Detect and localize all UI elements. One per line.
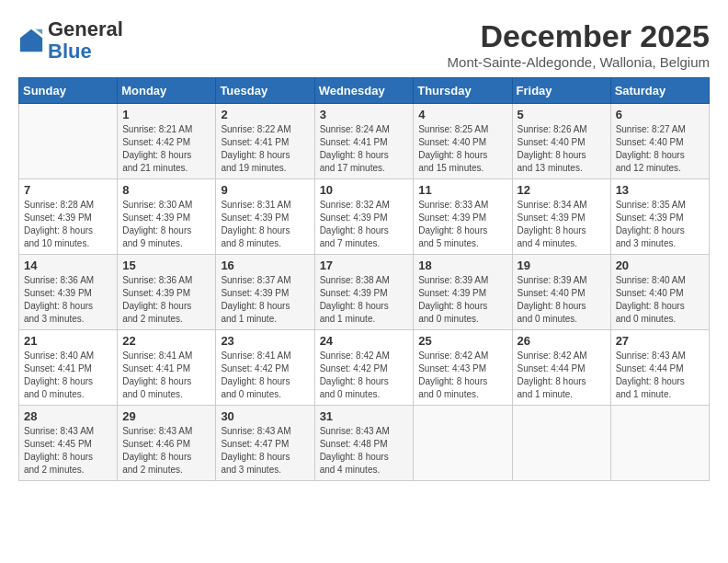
day-info: Sunrise: 8:30 AM Sunset: 4:39 PM Dayligh… <box>122 199 210 250</box>
day-number: 9 <box>221 183 309 197</box>
day-number: 16 <box>221 259 309 272</box>
day-info: Sunrise: 8:42 AM Sunset: 4:42 PM Dayligh… <box>320 350 409 401</box>
svg-marker-0 <box>20 29 42 52</box>
calendar-cell: 1Sunrise: 8:21 AM Sunset: 4:42 PM Daylig… <box>118 104 216 179</box>
calendar-cell: 2Sunrise: 8:22 AM Sunset: 4:41 PM Daylig… <box>216 104 314 179</box>
calendar-cell: 14Sunrise: 8:36 AM Sunset: 4:39 PM Dayli… <box>19 255 118 330</box>
day-number: 13 <box>616 183 704 197</box>
day-info: Sunrise: 8:40 AM Sunset: 4:40 PM Dayligh… <box>616 274 704 326</box>
logo-general-text: General <box>48 18 123 40</box>
location-subtitle: Mont-Sainte-Aldegonde, Wallonia, Belgium <box>448 54 710 70</box>
day-number: 22 <box>122 334 210 348</box>
day-info: Sunrise: 8:32 AM Sunset: 4:39 PM Dayligh… <box>320 199 409 250</box>
weekday-header-friday: Friday <box>512 78 610 104</box>
calendar-cell <box>19 104 118 179</box>
day-number: 29 <box>122 409 210 423</box>
day-number: 6 <box>616 108 704 121</box>
day-number: 18 <box>418 259 506 272</box>
calendar-week-1: 1Sunrise: 8:21 AM Sunset: 4:42 PM Daylig… <box>19 104 710 179</box>
calendar-cell: 25Sunrise: 8:42 AM Sunset: 4:43 PM Dayli… <box>414 330 512 406</box>
day-info: Sunrise: 8:21 AM Sunset: 4:42 PM Dayligh… <box>122 123 210 175</box>
month-title: December 2025 <box>448 18 710 54</box>
day-number: 21 <box>24 334 112 348</box>
day-info: Sunrise: 8:36 AM Sunset: 4:39 PM Dayligh… <box>122 274 210 326</box>
day-number: 3 <box>320 108 409 121</box>
calendar-cell: 27Sunrise: 8:43 AM Sunset: 4:44 PM Dayli… <box>610 330 709 406</box>
calendar-cell: 23Sunrise: 8:41 AM Sunset: 4:42 PM Dayli… <box>216 330 314 406</box>
day-number: 10 <box>320 183 409 197</box>
calendar-cell: 18Sunrise: 8:39 AM Sunset: 4:39 PM Dayli… <box>414 255 512 330</box>
day-number: 26 <box>518 334 606 348</box>
day-info: Sunrise: 8:41 AM Sunset: 4:41 PM Dayligh… <box>122 350 210 401</box>
calendar-cell: 29Sunrise: 8:43 AM Sunset: 4:46 PM Dayli… <box>118 406 216 481</box>
day-info: Sunrise: 8:41 AM Sunset: 4:42 PM Dayligh… <box>221 350 309 401</box>
day-number: 25 <box>418 334 506 348</box>
day-number: 30 <box>221 409 309 423</box>
day-number: 7 <box>24 183 112 197</box>
day-info: Sunrise: 8:42 AM Sunset: 4:44 PM Dayligh… <box>518 350 606 401</box>
weekday-header-wednesday: Wednesday <box>314 78 414 104</box>
day-info: Sunrise: 8:35 AM Sunset: 4:39 PM Dayligh… <box>616 199 704 250</box>
calendar-cell: 20Sunrise: 8:40 AM Sunset: 4:40 PM Dayli… <box>610 255 709 330</box>
calendar-cell <box>610 406 709 481</box>
calendar-week-4: 21Sunrise: 8:40 AM Sunset: 4:41 PM Dayli… <box>19 330 710 406</box>
calendar-cell: 3Sunrise: 8:24 AM Sunset: 4:41 PM Daylig… <box>314 104 414 179</box>
day-info: Sunrise: 8:38 AM Sunset: 4:39 PM Dayligh… <box>320 274 409 326</box>
calendar-cell: 26Sunrise: 8:42 AM Sunset: 4:44 PM Dayli… <box>512 330 610 406</box>
day-number: 1 <box>122 108 210 121</box>
day-number: 23 <box>221 334 309 348</box>
day-info: Sunrise: 8:43 AM Sunset: 4:46 PM Dayligh… <box>122 425 210 477</box>
calendar-cell <box>512 406 610 481</box>
calendar-cell: 9Sunrise: 8:31 AM Sunset: 4:39 PM Daylig… <box>216 179 314 255</box>
calendar-cell: 16Sunrise: 8:37 AM Sunset: 4:39 PM Dayli… <box>216 255 314 330</box>
day-info: Sunrise: 8:43 AM Sunset: 4:45 PM Dayligh… <box>24 425 112 477</box>
weekday-header-tuesday: Tuesday <box>216 78 314 104</box>
day-number: 5 <box>518 108 606 121</box>
weekday-header-monday: Monday <box>118 78 216 104</box>
calendar-cell: 22Sunrise: 8:41 AM Sunset: 4:41 PM Dayli… <box>118 330 216 406</box>
day-info: Sunrise: 8:39 AM Sunset: 4:40 PM Dayligh… <box>518 274 606 326</box>
weekday-header-row: SundayMondayTuesdayWednesdayThursdayFrid… <box>19 78 710 104</box>
calendar-cell <box>414 406 512 481</box>
day-number: 27 <box>616 334 704 348</box>
day-info: Sunrise: 8:22 AM Sunset: 4:41 PM Dayligh… <box>221 123 309 175</box>
day-info: Sunrise: 8:27 AM Sunset: 4:40 PM Dayligh… <box>616 123 704 175</box>
day-info: Sunrise: 8:28 AM Sunset: 4:39 PM Dayligh… <box>24 199 112 250</box>
logo-blue-text: Blue <box>48 40 123 63</box>
day-number: 31 <box>320 409 409 423</box>
day-number: 12 <box>518 183 606 197</box>
calendar-cell: 5Sunrise: 8:26 AM Sunset: 4:40 PM Daylig… <box>512 104 610 179</box>
day-info: Sunrise: 8:43 AM Sunset: 4:48 PM Dayligh… <box>320 425 409 477</box>
day-info: Sunrise: 8:43 AM Sunset: 4:44 PM Dayligh… <box>616 350 704 401</box>
logo-icon <box>18 28 44 53</box>
weekday-header-saturday: Saturday <box>610 78 709 104</box>
day-info: Sunrise: 8:31 AM Sunset: 4:39 PM Dayligh… <box>221 199 309 250</box>
calendar-cell: 28Sunrise: 8:43 AM Sunset: 4:45 PM Dayli… <box>19 406 118 481</box>
calendar-cell: 8Sunrise: 8:30 AM Sunset: 4:39 PM Daylig… <box>118 179 216 255</box>
day-info: Sunrise: 8:39 AM Sunset: 4:39 PM Dayligh… <box>418 274 506 326</box>
day-info: Sunrise: 8:36 AM Sunset: 4:39 PM Dayligh… <box>24 274 112 326</box>
calendar-cell: 7Sunrise: 8:28 AM Sunset: 4:39 PM Daylig… <box>19 179 118 255</box>
calendar-cell: 19Sunrise: 8:39 AM Sunset: 4:40 PM Dayli… <box>512 255 610 330</box>
day-number: 4 <box>418 108 506 121</box>
calendar-cell: 17Sunrise: 8:38 AM Sunset: 4:39 PM Dayli… <box>314 255 414 330</box>
day-number: 19 <box>518 259 606 272</box>
day-number: 20 <box>616 259 704 272</box>
weekday-header-sunday: Sunday <box>19 78 118 104</box>
calendar-week-3: 14Sunrise: 8:36 AM Sunset: 4:39 PM Dayli… <box>19 255 710 330</box>
day-info: Sunrise: 8:25 AM Sunset: 4:40 PM Dayligh… <box>418 123 506 175</box>
day-number: 2 <box>221 108 309 121</box>
calendar-cell: 12Sunrise: 8:34 AM Sunset: 4:39 PM Dayli… <box>512 179 610 255</box>
day-number: 11 <box>418 183 506 197</box>
calendar-cell: 31Sunrise: 8:43 AM Sunset: 4:48 PM Dayli… <box>314 406 414 481</box>
title-block: December 2025 Mont-Sainte-Aldegonde, Wal… <box>448 18 710 70</box>
calendar-cell: 6Sunrise: 8:27 AM Sunset: 4:40 PM Daylig… <box>610 104 709 179</box>
calendar-cell: 10Sunrise: 8:32 AM Sunset: 4:39 PM Dayli… <box>314 179 414 255</box>
day-number: 24 <box>320 334 409 348</box>
day-info: Sunrise: 8:37 AM Sunset: 4:39 PM Dayligh… <box>221 274 309 326</box>
calendar-week-5: 28Sunrise: 8:43 AM Sunset: 4:45 PM Dayli… <box>19 406 710 481</box>
day-info: Sunrise: 8:33 AM Sunset: 4:39 PM Dayligh… <box>418 199 506 250</box>
page-header: General Blue December 2025 Mont-Sainte-A… <box>18 18 710 70</box>
calendar-cell: 15Sunrise: 8:36 AM Sunset: 4:39 PM Dayli… <box>118 255 216 330</box>
day-info: Sunrise: 8:40 AM Sunset: 4:41 PM Dayligh… <box>24 350 112 401</box>
